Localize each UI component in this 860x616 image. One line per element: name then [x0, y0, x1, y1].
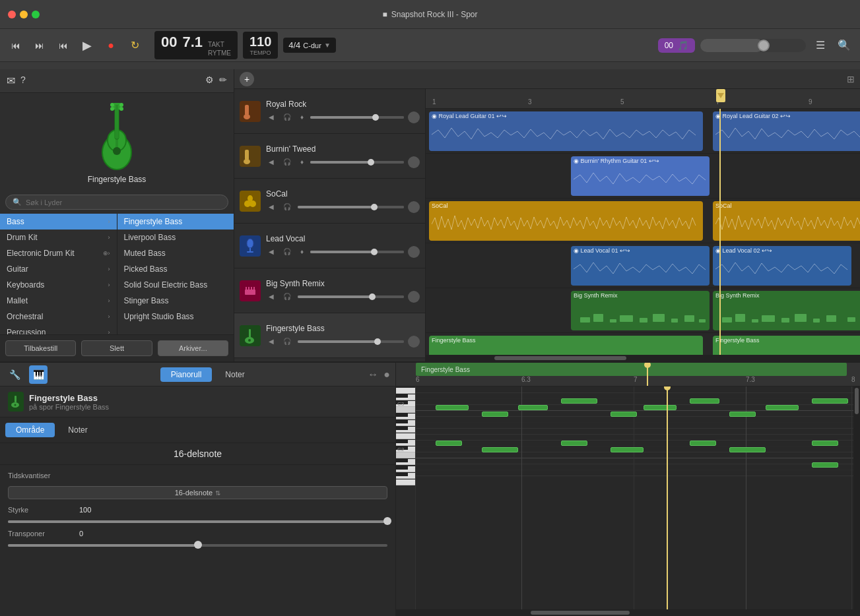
region-royal-1[interactable]: ◉ Royal Lead Guitar 01 ↩↪	[429, 111, 703, 151]
fastforward-button[interactable]: ⏭	[30, 36, 49, 55]
piano-key-b2[interactable]	[396, 407, 415, 413]
headphone-button[interactable]: 🎧	[281, 157, 294, 167]
window-controls[interactable]	[0, 11, 40, 18]
region-royal-2[interactable]: ◉ Royal Lead Guitar 02 ↩↪	[713, 111, 860, 151]
tab-omrade[interactable]: Område	[5, 423, 55, 437]
search-bar[interactable]: 🔍	[5, 195, 228, 210]
scrollbar-thumb[interactable]	[494, 356, 626, 360]
piano-roll-grid[interactable]	[416, 386, 860, 609]
note-6[interactable]	[644, 405, 677, 410]
tidskvantiser-select[interactable]: 16-delsnote ⇅	[8, 486, 387, 499]
note-1[interactable]	[436, 405, 469, 410]
close-button[interactable]	[8, 11, 16, 18]
volume-slider[interactable]	[310, 161, 404, 164]
region-bass-2[interactable]: Fingerstyle Bass	[713, 336, 860, 355]
region-burnin-1[interactable]: ◉ Burnin' Rhythm Guitar 01 ↩↪	[571, 156, 710, 196]
pr-region-bar[interactable]: Fingerstyle Bass	[416, 363, 847, 376]
piano-key-gb1[interactable]	[396, 472, 408, 476]
category-item-orchestral[interactable]: Orchestral ›	[0, 309, 117, 324]
edit-icon[interactable]: ✏	[219, 75, 227, 87]
volume-slider[interactable]	[310, 116, 404, 119]
category-item-mallet[interactable]: Mallet ›	[0, 293, 117, 309]
mute-button[interactable]: ◀	[266, 247, 277, 257]
tidskvantiser-select-row[interactable]: 16-delsnote ⇅	[8, 486, 387, 499]
sort-icon[interactable]: ⊞	[847, 74, 855, 84]
note-9[interactable]	[766, 405, 799, 410]
track-big-synth[interactable]: Big Synth Remix ◀ 🎧	[234, 268, 425, 313]
piano-key-eb2[interactable]	[396, 439, 408, 443]
maximize-button[interactable]	[32, 11, 40, 18]
mute-button[interactable]: ◀	[266, 157, 277, 167]
note-c2-2[interactable]	[482, 447, 518, 452]
record-button[interactable]: ●	[102, 36, 120, 55]
arkiver-button[interactable]: Arkiver...	[158, 340, 228, 356]
styrke-slider[interactable]	[8, 520, 387, 523]
region-bass-1[interactable]: Fingerstyle Bass	[429, 336, 703, 355]
pan-knob[interactable]	[408, 246, 420, 258]
mail-icon[interactable]: ✉	[7, 75, 15, 87]
back-to-start-button[interactable]: ⏮	[54, 36, 73, 55]
settings-icon[interactable]: ⚙	[205, 75, 214, 87]
track-royal-rock[interactable]: Royal Rock ◀ 🎧 ♦	[234, 89, 425, 134]
note-2[interactable]	[482, 412, 508, 417]
pr-scrollbar-h[interactable]	[396, 609, 860, 616]
tilbakestill-button[interactable]: Tilbakestill	[5, 340, 76, 356]
mute-button[interactable]: ◀	[266, 202, 277, 212]
piano-key-e2[interactable]	[396, 433, 415, 439]
volume-slider[interactable]	[298, 295, 404, 298]
headphone-button[interactable]: 🎧	[281, 292, 294, 301]
note-c2-5[interactable]	[690, 441, 716, 446]
note-low-1[interactable]	[812, 462, 838, 468]
minimize-button[interactable]	[20, 11, 28, 18]
preset-item-stinger[interactable]: Stinger Bass	[117, 293, 234, 309]
sig-dropdown-icon[interactable]: ▼	[324, 42, 331, 49]
category-item-drumkit[interactable]: Drum Kit ›	[0, 230, 117, 245]
piano-key-ab2[interactable]	[396, 419, 408, 423]
region-vocal-2[interactable]: ◉ Lead Vocal 02 ↩↪	[713, 246, 851, 286]
note-c2-4[interactable]	[611, 447, 644, 452]
piano-key-gb2[interactable]	[396, 426, 408, 430]
category-item-bass[interactable]: Bass ›	[0, 214, 117, 230]
add-track-button[interactable]: +	[240, 72, 254, 86]
expand-icon[interactable]: ↔	[368, 369, 378, 381]
piano-key-e1[interactable]	[396, 479, 415, 485]
region-vocal-1[interactable]: ◉ Lead Vocal 01 ↩↪	[571, 246, 710, 286]
note-5[interactable]	[611, 412, 637, 417]
preset-item-liverpool[interactable]: Liverpool Bass	[117, 230, 234, 245]
note-c2-1[interactable]	[436, 441, 462, 446]
headphone-button[interactable]: 🎧	[281, 202, 294, 212]
pan-knob[interactable]	[408, 291, 420, 303]
pan-knob[interactable]	[408, 111, 420, 123]
pan-knob[interactable]	[408, 336, 420, 348]
preset-item-picked[interactable]: Picked Bass	[117, 261, 234, 277]
track-lead-vocal[interactable]: Lead Vocal ◀ 🎧 ♦	[234, 224, 425, 268]
mute-button[interactable]: ◀	[266, 336, 277, 346]
editor-tool-wrench[interactable]: 🔧	[5, 365, 24, 384]
record-enable-button[interactable]: ♦	[298, 157, 306, 167]
note-c2-6[interactable]	[729, 447, 766, 452]
list-view-button[interactable]: ☰	[811, 36, 830, 55]
tab-pianorull[interactable]: Pianorull	[160, 367, 213, 382]
note-8[interactable]	[729, 412, 756, 417]
volume-slider[interactable]	[298, 206, 404, 208]
pan-knob[interactable]	[408, 156, 420, 168]
headphone-button[interactable]: 🎧	[281, 112, 294, 122]
region-socal-1[interactable]: SoCal	[429, 201, 703, 241]
play-button[interactable]: ▶	[78, 36, 96, 55]
pan-knob[interactable]	[408, 201, 420, 213]
preset-item-upright[interactable]: Upright Studio Bass	[117, 309, 234, 324]
note-7[interactable]	[690, 398, 719, 404]
record-enable-button[interactable]: ♦	[298, 247, 306, 257]
tab-noter[interactable]: Noter	[215, 367, 255, 382]
region-synth-2[interactable]: Big Synth Remix	[713, 291, 860, 330]
piano-key-eb3[interactable]	[396, 394, 408, 398]
piano-key-e3[interactable]	[396, 388, 415, 394]
volume-slider[interactable]	[310, 251, 404, 253]
bpm-display[interactable]: 110 TEMPO	[243, 32, 278, 59]
master-volume-slider[interactable]	[700, 39, 806, 52]
piano-key-b1[interactable]	[396, 452, 415, 458]
category-item-edk[interactable]: Electronic Drum Kit ⊕›	[0, 245, 117, 261]
transponer-slider[interactable]	[8, 544, 387, 547]
piano-key-bb2[interactable]	[396, 413, 408, 417]
rewind-button[interactable]: ⏮	[7, 36, 25, 55]
